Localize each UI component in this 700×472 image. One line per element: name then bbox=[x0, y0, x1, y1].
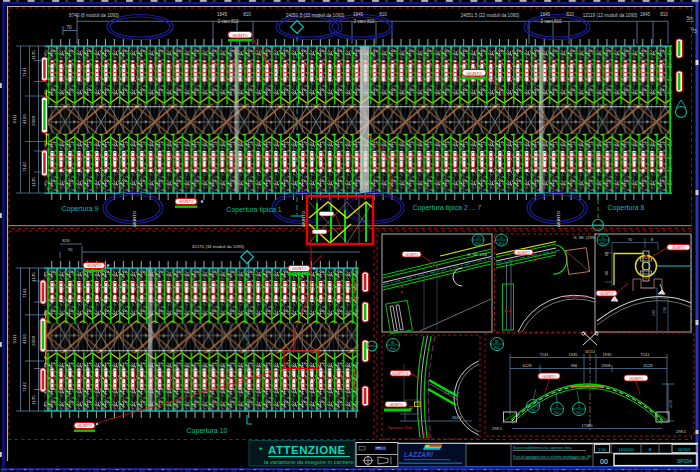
svg-text:810: 810 bbox=[243, 12, 251, 17]
svg-text:P04: P04 bbox=[499, 242, 505, 246]
svg-text:GIUNTO: GIUNTO bbox=[542, 375, 556, 379]
svg-text:*: * bbox=[259, 445, 263, 455]
svg-text:1845: 1845 bbox=[353, 12, 364, 17]
svg-text:24051.5 (22 moduli da 1093): 24051.5 (22 moduli da 1093) bbox=[286, 13, 345, 18]
svg-text:966: 966 bbox=[571, 363, 578, 368]
svg-text:826: 826 bbox=[62, 238, 70, 243]
svg-text:GIUNTO: GIUNTO bbox=[629, 377, 643, 381]
svg-text:7141: 7141 bbox=[22, 67, 27, 77]
svg-text:810: 810 bbox=[660, 12, 668, 17]
svg-text:70: 70 bbox=[628, 237, 633, 242]
svg-text:Copertura 10: Copertura 10 bbox=[187, 427, 228, 435]
svg-text:ATTENZIONE: ATTENZIONE bbox=[268, 444, 346, 456]
svg-text:12: 12 bbox=[555, 405, 559, 409]
svg-text:Spessore 40x0: Spessore 40x0 bbox=[388, 426, 412, 430]
svg-text:Copertura 9: Copertura 9 bbox=[62, 205, 99, 213]
svg-text:GIUNTO: GIUNTO bbox=[232, 33, 247, 38]
svg-text:G. IM. 2X8: G. IM. 2X8 bbox=[467, 252, 488, 257]
svg-text:17380: 17380 bbox=[581, 423, 593, 428]
svg-text:Copertura 8: Copertura 8 bbox=[608, 204, 645, 212]
svg-text:GIUNTO: GIUNTO bbox=[77, 424, 92, 428]
svg-text:1:50: 1:50 bbox=[598, 447, 607, 452]
svg-text:13: 13 bbox=[476, 236, 480, 240]
svg-text:GIUNTO: GIUNTO bbox=[600, 292, 613, 296]
svg-text:1845: 1845 bbox=[640, 12, 651, 17]
svg-text:GIUNTO: GIUNTO bbox=[389, 403, 402, 407]
svg-text:Copertura tipica 2 ... 7: Copertura tipica 2 ... 7 bbox=[413, 204, 482, 212]
svg-text:G. IM. (2X8): G. IM. (2X8) bbox=[573, 235, 596, 240]
svg-text:Copertura tipica 1: Copertura tipica 1 bbox=[226, 206, 281, 214]
svg-text:12: 12 bbox=[409, 406, 413, 410]
svg-text:8740 (8 moduli da 1093): 8740 (8 moduli da 1093) bbox=[69, 13, 119, 18]
svg-text:2 vani 810: 2 vani 810 bbox=[217, 19, 239, 24]
svg-text:GIUNTO: GIUNTO bbox=[672, 246, 685, 250]
svg-text:1x: 1x bbox=[500, 236, 504, 240]
svg-text:1135: 1135 bbox=[31, 50, 36, 60]
svg-text:1845: 1845 bbox=[217, 12, 228, 17]
svg-text:13: 13 bbox=[531, 402, 535, 406]
svg-text:7141: 7141 bbox=[540, 352, 550, 357]
svg-text:1135: 1135 bbox=[31, 272, 36, 282]
svg-text:1935: 1935 bbox=[603, 352, 613, 357]
svg-text:236: 236 bbox=[663, 307, 667, 313]
svg-text:L=500 h: L=500 h bbox=[445, 390, 460, 395]
svg-text:la variazione da eseguire in c: la variazione da eseguire in cantiere bbox=[264, 459, 354, 465]
svg-text:GIUNTO: GIUNTO bbox=[179, 200, 194, 204]
svg-text:810: 810 bbox=[379, 12, 387, 17]
svg-text:9111: 9111 bbox=[12, 114, 17, 124]
svg-text:00: 00 bbox=[600, 458, 608, 465]
svg-text:70: 70 bbox=[68, 247, 73, 252]
svg-text:7141: 7141 bbox=[22, 288, 27, 298]
svg-text:1935: 1935 bbox=[569, 352, 579, 357]
svg-text:P04: P04 bbox=[600, 242, 606, 246]
svg-text:P04: P04 bbox=[494, 346, 500, 350]
svg-text:LAZZARI: LAZZARI bbox=[404, 451, 433, 458]
svg-text:GIUNTO: GIUNTO bbox=[132, 210, 137, 227]
svg-text:P04: P04 bbox=[475, 242, 481, 246]
svg-text:7142: 7142 bbox=[22, 162, 27, 172]
svg-text:2908: 2908 bbox=[31, 336, 36, 346]
svg-text:260.5: 260.5 bbox=[452, 416, 462, 420]
svg-text:16151: 16151 bbox=[585, 350, 596, 354]
svg-text:70: 70 bbox=[66, 25, 72, 30]
svg-text:4218: 4218 bbox=[669, 400, 673, 408]
svg-text:810: 810 bbox=[566, 12, 574, 17]
svg-text:9111: 9111 bbox=[12, 334, 17, 344]
svg-text:73: 73 bbox=[691, 29, 697, 34]
svg-text:GIUNTO: GIUNTO bbox=[292, 267, 307, 271]
svg-text:P04: P04 bbox=[555, 411, 560, 415]
svg-text:298.5: 298.5 bbox=[492, 426, 503, 431]
svg-text:Nuovo stabilimento ind. copert: Nuovo stabilimento ind. coperture fiera bbox=[513, 446, 571, 450]
svg-text:BL: BL bbox=[391, 341, 395, 345]
svg-text:SP004: SP004 bbox=[677, 458, 692, 464]
svg-text:4195: 4195 bbox=[22, 334, 27, 344]
svg-text:1135: 1135 bbox=[31, 177, 36, 187]
svg-text:Piani di appoggio travi e sche: Piani di appoggio travi e schema montagg… bbox=[513, 455, 592, 459]
svg-text:1845: 1845 bbox=[540, 12, 551, 17]
svg-text:14/05/10: 14/05/10 bbox=[618, 447, 634, 452]
svg-text:GIUNTO: GIUNTO bbox=[466, 71, 481, 76]
svg-text:2 vani 810: 2 vani 810 bbox=[540, 19, 562, 24]
svg-text:BL: BL bbox=[495, 340, 499, 344]
svg-text:Spessore 40x0: Spessore 40x0 bbox=[564, 295, 588, 299]
svg-text:24051.5 (22 moduli da 1093): 24051.5 (22 moduli da 1093) bbox=[461, 13, 520, 18]
svg-text:14: 14 bbox=[577, 405, 581, 409]
svg-text:40: 40 bbox=[604, 270, 609, 275]
svg-text:11: 11 bbox=[601, 236, 604, 240]
svg-text:22: 22 bbox=[604, 251, 609, 256]
svg-text:4195: 4195 bbox=[22, 114, 27, 124]
svg-text:GIUNTO S.: GIUNTO S. bbox=[392, 372, 409, 376]
svg-text:6128: 6128 bbox=[644, 363, 654, 368]
svg-text:P04: P04 bbox=[531, 408, 536, 412]
svg-text:200: 200 bbox=[652, 310, 656, 316]
svg-text:GIUNTO: GIUNTO bbox=[517, 251, 530, 255]
svg-text:2 vani 810: 2 vani 810 bbox=[353, 19, 375, 24]
svg-text:2908: 2908 bbox=[602, 363, 612, 368]
svg-text:32170 (34 moduli da 1093): 32170 (34 moduli da 1093) bbox=[192, 244, 245, 249]
svg-text:P04: P04 bbox=[577, 411, 582, 415]
svg-text:1135: 1135 bbox=[31, 395, 36, 405]
svg-text:12119 (12 moduli da 1093): 12119 (12 moduli da 1093) bbox=[583, 13, 638, 18]
svg-text:GIUNTO: GIUNTO bbox=[301, 210, 306, 227]
svg-text:B: B bbox=[649, 447, 652, 452]
svg-text:02/303: 02/303 bbox=[678, 447, 691, 452]
